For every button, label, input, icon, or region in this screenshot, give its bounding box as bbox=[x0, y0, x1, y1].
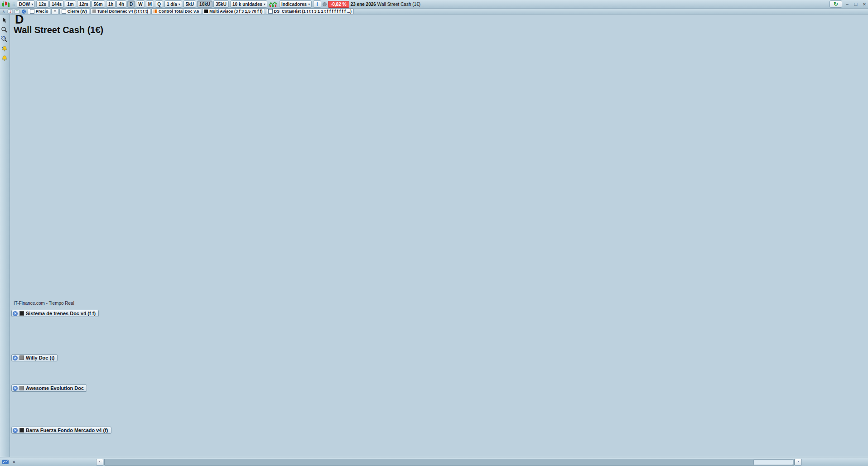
refresh-button[interactable]: ↻ bbox=[829, 0, 842, 8]
indicator-wave-icon bbox=[269, 1, 278, 7]
overlay-item-5[interactable]: Multi Avisos (3 f 3 1,5 70 f f) bbox=[202, 9, 265, 14]
timeframe-4h[interactable]: 4h bbox=[116, 0, 126, 8]
drawing-tools-rail bbox=[0, 14, 10, 457]
period-dropdown[interactable]: 1 día bbox=[164, 0, 182, 8]
overlay-item-3[interactable]: Tunel Domenec v4 (t t t t t) bbox=[90, 9, 150, 14]
close-panel-icon[interactable]: ✕ bbox=[13, 356, 18, 360]
pointer-icon[interactable] bbox=[0, 16, 9, 24]
overlay-label: Multi Avisos (3 f 3 1,5 70 f f) bbox=[209, 9, 262, 14]
timeframe-144s[interactable]: 144s bbox=[49, 0, 64, 8]
instrument-name: Wall Street Cash (1€) bbox=[377, 2, 420, 7]
checkbox-icon[interactable] bbox=[62, 9, 66, 14]
bottom-toolbar: « ‹ › bbox=[0, 457, 868, 466]
overlay-label: Tunel Domenec v4 (t t t t t) bbox=[97, 9, 148, 14]
close-panel-icon[interactable]: ✕ bbox=[13, 428, 18, 433]
timeframe-Q[interactable]: Q bbox=[155, 0, 163, 8]
bars-swatch bbox=[154, 10, 157, 13]
panel-title: Willy Doc (t) bbox=[26, 355, 54, 360]
panel-title: Sistema de trenes Doc v4 (f f) bbox=[26, 311, 96, 316]
panel-legend-icon[interactable] bbox=[19, 428, 24, 432]
overlay-label: Precio bbox=[36, 9, 48, 14]
panel-header-barra: ✕ Barra Fuerza Fondo Mercado v4 (f) bbox=[11, 427, 111, 434]
collapse-toolbar-button[interactable]: ∧ bbox=[1, 10, 6, 14]
panel-header-awesome: ✕ Awesome Evolution Doc bbox=[11, 384, 87, 392]
add-down-icon[interactable] bbox=[7, 9, 13, 14]
overlay-item-2[interactable]: Cierre (W) bbox=[59, 9, 89, 14]
color-swatch bbox=[204, 10, 208, 13]
unit-10kU[interactable]: 10kU bbox=[197, 0, 212, 8]
close-panel-icon[interactable]: ✕ bbox=[13, 386, 18, 391]
horizontal-scrollbar[interactable] bbox=[104, 459, 795, 466]
app-logo-icon bbox=[1, 0, 11, 8]
chart-title: Wall Street Cash (1€) bbox=[14, 25, 103, 35]
panel-legend-icon[interactable] bbox=[19, 311, 24, 316]
overlay-item-1[interactable]: ≡ bbox=[51, 9, 58, 14]
indicators-dropdown[interactable]: Indicadores bbox=[279, 0, 312, 8]
collapse-strip-button[interactable]: « bbox=[11, 459, 17, 464]
scroll-right-button[interactable]: › bbox=[795, 459, 802, 466]
application-window: { "window": { "refresh_glyph": "↻", "con… bbox=[0, 0, 868, 466]
overlay-item-4[interactable]: Control Total Doc v.6 bbox=[151, 9, 201, 14]
panel-title: Barra Fuerza Fondo Mercado v4 (f) bbox=[26, 428, 108, 433]
add-up-icon[interactable] bbox=[14, 9, 20, 14]
overlay-label: Control Total Doc v.6 bbox=[159, 9, 199, 14]
timeframe-M[interactable]: M bbox=[146, 0, 154, 8]
overlay-item-6[interactable]: DS_CotasHist (1 t t t 3 1 1 t f f f f f … bbox=[266, 9, 354, 14]
timeframe-1h[interactable]: 1h bbox=[106, 0, 116, 8]
grip-handle[interactable]: ⣿ bbox=[12, 2, 15, 6]
remove-circle-icon[interactable] bbox=[21, 9, 27, 14]
overlay-item-0[interactable]: Precio bbox=[28, 9, 51, 14]
unit-buttons: 5kU10kU35kU bbox=[183, 0, 229, 8]
checkbox-icon[interactable] bbox=[30, 9, 34, 14]
timeframe-56m[interactable]: 56m bbox=[92, 0, 105, 8]
panel-header-willy: ✕ Willy Doc (t) bbox=[11, 354, 58, 361]
minimize-button[interactable]: – bbox=[844, 1, 851, 7]
panel-title: Awesome Evolution Doc bbox=[26, 385, 84, 391]
color-swatch bbox=[92, 10, 96, 13]
panel-legend-icon[interactable] bbox=[19, 386, 24, 390]
panel-header-sistema: ✕ Sistema de trenes Doc v4 (f f) bbox=[11, 310, 99, 317]
scroll-left-button[interactable]: ‹ bbox=[96, 459, 103, 466]
panel-legend-icon[interactable] bbox=[19, 356, 24, 360]
timeframe-12s[interactable]: 12s bbox=[36, 0, 48, 8]
symbol-dropdown[interactable]: DOW bbox=[17, 0, 35, 8]
overlays-toolbar: ∧ Precio≡Cierre (W)Tunel Domenec v4 (t t… bbox=[0, 9, 868, 14]
info-button[interactable]: i bbox=[313, 0, 321, 8]
data-provider-credit: IT-Finance.com - Tiempo Real bbox=[14, 301, 74, 306]
change-badge: -0,82 % bbox=[328, 1, 349, 8]
zoom-icon[interactable] bbox=[0, 26, 9, 33]
app-mini-logo[interactable] bbox=[0, 458, 11, 466]
scrollbar-thumb[interactable] bbox=[753, 459, 793, 465]
timeframe-D[interactable]: D bbox=[127, 0, 135, 8]
overlay-items: Precio≡Cierre (W)Tunel Domenec v4 (t t t… bbox=[28, 9, 354, 14]
chart-canvas[interactable] bbox=[10, 14, 849, 450]
checkbox-icon[interactable] bbox=[268, 9, 273, 14]
unit-5kU[interactable]: 5kU bbox=[183, 0, 196, 8]
timeframe-1m[interactable]: 1m bbox=[65, 0, 76, 8]
overlay-label: ≡ bbox=[53, 9, 56, 14]
overlay-label: Cierre (W) bbox=[68, 9, 87, 14]
close-button[interactable]: × bbox=[861, 1, 868, 7]
session-date: 23 ene 2026 bbox=[351, 2, 376, 7]
close-panel-icon[interactable]: ✕ bbox=[13, 311, 18, 316]
alert-icon[interactable] bbox=[0, 54, 9, 62]
units-dropdown[interactable]: 10 k unidades bbox=[230, 0, 267, 8]
zoom-area-icon[interactable] bbox=[0, 35, 9, 43]
timeframe-12m[interactable]: 12m bbox=[77, 0, 91, 8]
restore-button[interactable]: □ bbox=[852, 1, 859, 7]
alert-add-icon[interactable] bbox=[0, 45, 9, 52]
unit-35kU[interactable]: 35kU bbox=[213, 0, 229, 8]
timeframe-W[interactable]: W bbox=[136, 0, 145, 8]
overlay-label: DS_CotasHist (1 t t t 3 1 1 t f f f f f … bbox=[274, 9, 352, 14]
main-toolbar: ⣿ DOW 12s144s1m12m56m1h4hDWMQ 1 día 5kU1… bbox=[0, 0, 868, 9]
status-dot bbox=[323, 2, 327, 6]
timeframe-buttons: 12s144s1m12m56m1h4hDWMQ bbox=[36, 0, 163, 8]
